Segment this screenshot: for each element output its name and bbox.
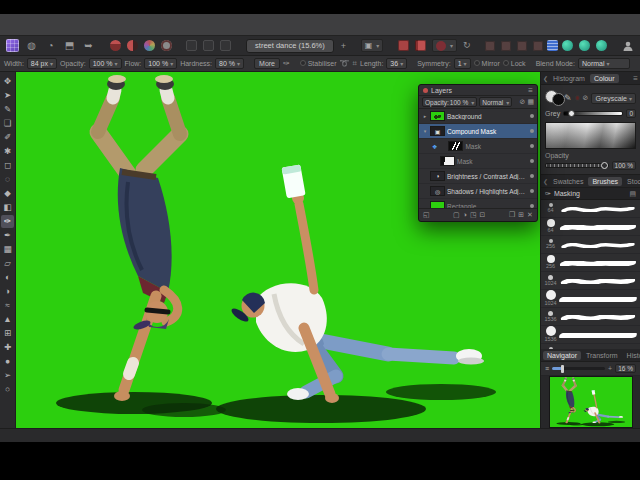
- eyedropper-icon[interactable]: ✎: [564, 93, 572, 103]
- snapping-icon[interactable]: [533, 41, 543, 51]
- tab-brushes[interactable]: Brushes: [588, 177, 622, 186]
- strip-icon[interactable]: [415, 40, 426, 51]
- flow-field[interactable]: 100 %: [144, 58, 177, 69]
- gradient-tool[interactable]: ◧: [1, 201, 14, 214]
- zoom-slider-handle[interactable]: [561, 365, 564, 373]
- auto-contrast-icon[interactable]: [127, 40, 138, 51]
- group-layers-icon[interactable]: ❒: [509, 211, 515, 219]
- blur-tool[interactable]: ●: [1, 355, 14, 368]
- lock-checkbox[interactable]: Lock: [503, 60, 526, 67]
- brush-item[interactable]: 1024: [541, 290, 640, 308]
- layer-row[interactable]: ▾ Compound Mask: [419, 124, 537, 139]
- layer-row[interactable]: Shadows / Highlights Adjustment: [419, 184, 537, 199]
- layer-row[interactable]: Mask: [419, 139, 537, 154]
- layers-panel-titlebar[interactable]: Layers ≡: [419, 85, 537, 96]
- layer-visibility-toggle[interactable]: [530, 129, 534, 133]
- toolbar-extra-icon[interactable]: [220, 40, 231, 51]
- mirror-checkbox[interactable]: Mirror: [474, 60, 500, 67]
- rope-stabiliser-icon[interactable]: ➰: [340, 59, 350, 68]
- brush-item[interactable]: 64: [541, 218, 640, 236]
- clone-tool[interactable]: ⊞: [1, 327, 14, 340]
- symmetry-field[interactable]: 1: [454, 58, 471, 69]
- layer-row[interactable]: Brightness / Contrast Adjustment: [419, 169, 537, 184]
- smudge-tool[interactable]: ≈: [1, 299, 14, 312]
- layer-visibility-toggle[interactable]: [530, 189, 534, 193]
- colour-opacity-handle[interactable]: [601, 162, 608, 169]
- foreground-background-swatches[interactable]: [545, 89, 561, 107]
- length-field[interactable]: 36: [386, 58, 407, 69]
- brush-item[interactable]: 256: [541, 254, 640, 272]
- blend-mode-select[interactable]: Normal: [578, 58, 630, 69]
- layer-thumbnail[interactable]: [430, 126, 445, 136]
- close-icon[interactable]: [423, 88, 428, 93]
- account-icon[interactable]: [622, 40, 634, 52]
- tab-histogram[interactable]: Histogram: [549, 74, 589, 83]
- lasso-tool[interactable]: ◌: [1, 173, 14, 186]
- view-tool[interactable]: ✥: [1, 75, 14, 88]
- live-filter-icon[interactable]: ◳: [470, 211, 477, 219]
- develop-persona-icon[interactable]: ◔: [44, 39, 57, 52]
- photo-persona-icon[interactable]: [6, 39, 19, 52]
- foreground-colour-swatch[interactable]: [552, 93, 565, 106]
- more-button[interactable]: More: [254, 58, 280, 69]
- layer-visibility-toggle[interactable]: [530, 174, 534, 178]
- toolbar-extra-icon[interactable]: [186, 40, 197, 51]
- layer-expander-icon[interactable]: ▸: [422, 113, 428, 119]
- auto-white-balance-icon[interactable]: [161, 40, 172, 51]
- layers-menu-icon[interactable]: ≡: [528, 86, 533, 95]
- layer-row[interactable]: Mask: [419, 154, 537, 169]
- layer-row[interactable]: Rectangle: [419, 199, 537, 208]
- tab-navigator[interactable]: Navigator: [543, 351, 581, 360]
- mask-layer-icon[interactable]: ▢: [453, 211, 460, 219]
- adjustment-icon[interactable]: ◑: [463, 211, 467, 219]
- navigator-thumbnail[interactable]: [549, 376, 633, 428]
- tone-mapping-persona-icon[interactable]: ⬒: [63, 39, 76, 52]
- quick-mask-button[interactable]: [432, 39, 457, 52]
- new-tab-button[interactable]: +: [341, 41, 346, 51]
- layer-opacity-field[interactable]: Opacity: 100 %: [422, 97, 477, 107]
- stabiliser-checkbox[interactable]: Stabiliser: [300, 60, 337, 67]
- layer-effects-icon[interactable]: ⊡: [480, 211, 486, 219]
- lock-icon[interactable]: ⊘: [583, 94, 589, 102]
- crop-tool[interactable]: ❏: [1, 117, 14, 130]
- layer-row[interactable]: ▸ Background: [419, 109, 537, 124]
- layer-thumbnail[interactable]: [430, 186, 445, 196]
- layer-thumbnail[interactable]: [430, 111, 445, 121]
- layer-thumbnail[interactable]: [430, 171, 445, 181]
- document-tab[interactable]: street dance (15.6%): [246, 39, 334, 53]
- layer-thumbnail[interactable]: [448, 141, 463, 151]
- burn-tool[interactable]: ◑: [1, 285, 14, 298]
- tab-colour[interactable]: Colour: [590, 74, 619, 83]
- flood-select-tool[interactable]: ✱: [1, 145, 14, 158]
- selection-brush-tool[interactable]: ✐: [1, 131, 14, 144]
- grey-slider-handle[interactable]: [568, 110, 575, 117]
- assistant-icon[interactable]: [547, 40, 558, 51]
- auto-colour-icon[interactable]: [144, 40, 155, 51]
- brush-item[interactable]: 1536: [541, 326, 640, 344]
- toolbar-extra-icon[interactable]: [203, 40, 214, 51]
- paint-brush-tool[interactable]: ✑: [1, 215, 14, 228]
- brush-settings-icon[interactable]: ✑: [283, 59, 290, 68]
- move-tool[interactable]: ➤: [1, 89, 14, 102]
- colour-picker-tool[interactable]: ✎: [1, 103, 14, 116]
- hardness-field[interactable]: 80 %: [215, 58, 244, 69]
- colour-opacity-slider[interactable]: [545, 163, 609, 168]
- greyscale-picker-box[interactable]: [545, 122, 636, 149]
- layer-visibility-toggle[interactable]: [530, 159, 534, 163]
- arrange-icon[interactable]: [562, 40, 573, 51]
- edit-all-layers-icon[interactable]: ◱: [423, 211, 430, 219]
- healing-tool[interactable]: ✚: [1, 341, 14, 354]
- tab-transform[interactable]: Transform: [582, 351, 622, 360]
- layer-thumbnail[interactable]: [440, 156, 455, 166]
- colour-opacity-value[interactable]: 100 %: [612, 161, 636, 170]
- export-persona-icon[interactable]: ➥: [82, 39, 95, 52]
- arrange-icon[interactable]: [579, 40, 590, 51]
- rotate-icon[interactable]: ↻: [463, 41, 471, 50]
- zoom-slider[interactable]: [552, 367, 605, 370]
- window-stabiliser-icon[interactable]: ⌗: [352, 59, 357, 69]
- brush-item[interactable]: 256: [541, 236, 640, 254]
- tab-swatches[interactable]: Swatches: [549, 177, 587, 186]
- brush-category-menu-icon[interactable]: ▤: [629, 190, 636, 198]
- snapping-icon[interactable]: [501, 41, 511, 51]
- zoom-value[interactable]: 16 %: [615, 364, 636, 373]
